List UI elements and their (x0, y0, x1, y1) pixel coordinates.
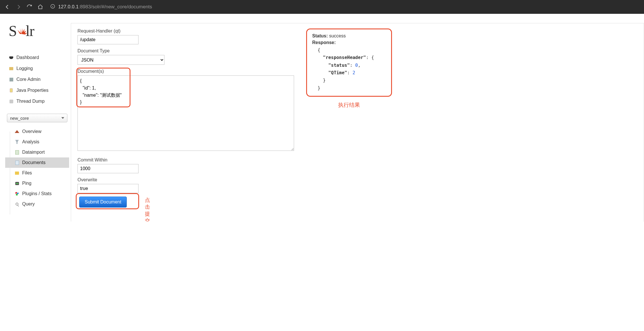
logging-icon (9, 66, 14, 71)
status-value: success (329, 33, 346, 38)
sidebar-item-java-properties[interactable]: Java Properties (5, 85, 69, 96)
status-label: Status: (312, 33, 328, 38)
sidebar-item-label: Logging (16, 66, 33, 71)
core-nav-query[interactable]: Query (5, 199, 69, 209)
core-nav-label: Dataimport (22, 150, 45, 155)
core-selector[interactable]: new_core (7, 114, 67, 122)
dataimport-icon (14, 150, 20, 155)
response-body: { "responseHeader": { "status": 0, "QTim… (312, 46, 386, 92)
sidebar-item-thread-dump[interactable]: Thread Dump (5, 96, 69, 107)
commit-within-label: Commit Within (77, 157, 299, 163)
home-icon[interactable] (37, 3, 44, 10)
core-nav-dataimport[interactable]: Dataimport (5, 147, 69, 157)
sidebar-item-label: Thread Dump (16, 99, 45, 104)
core-nav-analysis[interactable]: Analysis (5, 137, 69, 147)
sidebar-item-logging[interactable]: Logging (5, 63, 69, 74)
core-nav-label: Overview (22, 129, 41, 134)
chevron-down-icon (61, 117, 64, 119)
folder-icon (14, 170, 20, 176)
sidebar-item-dashboard[interactable]: Dashboard (5, 52, 69, 63)
sidebar-item-label: Dashboard (16, 55, 39, 60)
sidebar-item-core-admin[interactable]: Core Admin (5, 74, 69, 85)
documents-label: Document(s) (77, 69, 299, 74)
core-nav-label: Plugins / Stats (22, 191, 52, 196)
address-bar[interactable]: 127.0.0.1:8983/solr/#/new_core/documents (50, 4, 152, 10)
document-type-select[interactable]: JSON (77, 55, 164, 65)
core-nav-files[interactable]: Files (5, 168, 69, 178)
core-nav-overview[interactable]: Overview (5, 126, 69, 137)
browser-toolbar: 127.0.0.1:8983/solr/#/new_core/documents (0, 0, 644, 14)
reload-icon[interactable] (26, 3, 33, 10)
sidebar-item-label: Core Admin (16, 77, 41, 82)
result-panel: Status: success Response: { "responseHea… (306, 28, 392, 97)
core-selector-value: new_core (10, 116, 29, 121)
sidebar: S lr Dashboard Logging Core Admin Java P… (5, 14, 69, 222)
dashboard-icon (9, 55, 14, 60)
back-icon[interactable] (4, 3, 11, 10)
request-handler-label: Request-Handler (qt) (77, 28, 299, 34)
documents-icon (14, 160, 20, 165)
funnel-icon (14, 139, 20, 144)
url-text: 127.0.0.1:8983/solr/#/new_core/documents (58, 4, 152, 10)
core-nav-label: Ping (22, 181, 31, 186)
overwrite-label: Overwrite (77, 177, 299, 182)
core-nav-label: Analysis (22, 139, 39, 144)
commit-within-input[interactable] (77, 164, 139, 173)
core-admin-icon (9, 77, 14, 82)
core-nav-label: Documents (22, 160, 46, 165)
site-info-icon[interactable] (50, 4, 55, 10)
sidebar-item-label: Java Properties (16, 88, 48, 93)
annotation-submit-label: 点击提交 (145, 197, 150, 222)
solr-logo: S lr (5, 22, 69, 43)
core-nav-documents[interactable]: Documents (5, 157, 69, 168)
submit-document-button[interactable]: Submit Document (79, 197, 127, 208)
response-label: Response: (312, 40, 386, 45)
core-nav-ping[interactable]: Ping (5, 178, 69, 189)
plugins-icon (14, 191, 20, 196)
document-type-label: Document Type (77, 48, 299, 54)
home-icon (14, 129, 20, 134)
overwrite-input[interactable] (77, 184, 139, 193)
core-nav-plugins-stats[interactable]: Plugins / Stats (5, 189, 69, 199)
main-content: Request-Handler (qt) Document Type JSON … (71, 23, 644, 222)
core-nav-label: Query (22, 201, 35, 207)
java-icon (9, 88, 14, 93)
thread-icon (9, 99, 14, 104)
annotation-result-label: 执行结果 (306, 101, 392, 109)
documents-textarea[interactable] (77, 75, 294, 151)
search-icon (14, 201, 20, 207)
request-handler-input[interactable] (77, 35, 139, 44)
core-nav-label: Files (22, 170, 32, 176)
ping-icon (14, 181, 20, 186)
forward-icon[interactable] (15, 3, 22, 10)
